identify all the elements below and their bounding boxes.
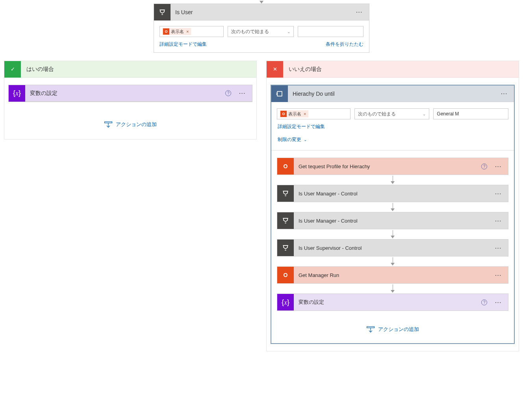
flow-arrow (277, 230, 508, 238)
do-until-header[interactable]: Hierachy Do until ··· (271, 85, 514, 102)
svg-rect-3 (367, 327, 375, 328)
condition-right-operand[interactable] (298, 26, 364, 37)
add-action-button[interactable]: アクションの追加 (8, 118, 252, 131)
chevron-down-icon: ⌄ (304, 138, 307, 142)
value-text: General M (437, 111, 459, 117)
action-set-variable[interactable]: {𝑥} 変数の設定 ? ··· (8, 85, 252, 102)
close-icon: ✕ (267, 61, 283, 78)
branch-yes-header: ✓ はいの場合 (4, 61, 256, 78)
more-menu-button[interactable]: ··· (493, 243, 504, 253)
dynamic-content-chip[interactable]: O 表示名 × (162, 28, 191, 35)
step-title: Is User Manager - Control (294, 218, 493, 224)
dountil-operator-select[interactable]: 次のもので始まる ⌄ (354, 108, 430, 119)
step-title: Is User Manager - Control (294, 191, 493, 197)
help-icon[interactable]: ? (481, 299, 487, 305)
branch-no: ✕ いいえの場合 Hierachy Do until ··· (266, 61, 519, 351)
more-menu-button[interactable]: ··· (493, 271, 504, 280)
branch-no-header: ✕ いいえの場合 (267, 61, 519, 78)
step-is-user-manager-control-2[interactable]: Is User Manager - Control ··· (277, 212, 508, 229)
branch-yes-title: はいの場合 (21, 66, 54, 73)
control-icon (277, 185, 294, 202)
condition-left-operand[interactable]: O 表示名 × (159, 26, 224, 37)
control-icon (277, 240, 294, 256)
condition-title: Is User (171, 9, 354, 15)
chip-remove-icon[interactable]: × (304, 112, 306, 116)
office-icon: O (277, 267, 294, 283)
more-menu-button[interactable]: ··· (493, 189, 504, 198)
action-title: 変数の設定 (25, 90, 225, 97)
add-action-label: アクションの追加 (116, 121, 157, 128)
office-icon: O (277, 158, 294, 175)
more-menu-button[interactable]: ··· (237, 89, 248, 98)
more-menu-button[interactable]: ··· (499, 89, 510, 98)
step-get-manager-run[interactable]: O Get Manager Run ··· (277, 266, 508, 284)
svg-rect-2 (277, 91, 282, 96)
more-menu-button[interactable]: ··· (493, 298, 504, 307)
dountil-steps: O Get tequest Profile for Hierachy ? ··· (277, 158, 508, 311)
condition-expression-row: O 表示名 × 次のもので始まる ⌄ (154, 20, 369, 41)
do-until-container[interactable]: Hierachy Do until ··· O 表示名 × (271, 85, 515, 344)
step-is-user-manager-control-1[interactable]: Is User Manager - Control ··· (277, 185, 508, 202)
step-set-variable[interactable]: {𝑥} 変数の設定 ? ··· (277, 294, 508, 311)
branch-yes: ✓ はいの場合 {𝑥} 変数の設定 ? ··· (4, 61, 257, 139)
step-get-request-profile[interactable]: O Get tequest Profile for Hierachy ? ··· (277, 158, 508, 175)
step-title: Is User Supervisor - Control (294, 245, 493, 251)
condition-header[interactable]: Is User ··· (154, 4, 369, 20)
collapse-condition-link[interactable]: 条件を折りたたむ (326, 41, 364, 48)
add-action-button[interactable]: アクションの追加 (277, 323, 508, 336)
chevron-down-icon: ⌄ (287, 30, 290, 34)
branch-no-title: いいえの場合 (283, 66, 322, 73)
add-action-icon (366, 326, 375, 333)
condition-operator-select[interactable]: 次のもので始まる ⌄ (228, 26, 293, 37)
check-icon: ✓ (4, 61, 21, 78)
help-icon[interactable]: ? (225, 90, 231, 96)
add-action-label: アクションの追加 (378, 326, 419, 333)
operator-label: 次のもので始まる (358, 111, 396, 117)
step-is-user-supervisor-control[interactable]: Is User Supervisor - Control ··· (277, 239, 508, 256)
control-icon (154, 4, 171, 20)
dountil-left-operand[interactable]: O 表示名 × (277, 108, 351, 119)
advanced-mode-link[interactable]: 詳細設定モードで編集 (159, 41, 207, 48)
loop-icon (271, 85, 288, 102)
advanced-mode-link[interactable]: 詳細設定モードで編集 (278, 123, 325, 130)
svg-rect-0 (105, 122, 112, 123)
office-icon: O (280, 111, 287, 117)
add-action-icon (104, 121, 113, 128)
more-menu-button[interactable]: ··· (354, 7, 365, 17)
step-title: 変数の設定 (294, 299, 481, 306)
dountil-right-operand[interactable]: General M (433, 108, 508, 119)
dountil-condition-row: O 表示名 × 次のもので始まる ⌄ General M (277, 107, 508, 123)
variable-icon: {𝑥} (277, 294, 294, 310)
variable-icon: {𝑥} (9, 85, 25, 102)
flow-arrow (277, 203, 508, 211)
more-menu-button[interactable]: ··· (493, 216, 504, 225)
flow-arrow (277, 284, 508, 293)
step-title: Get tequest Profile for Hierachy (294, 164, 481, 169)
more-menu-button[interactable]: ··· (493, 162, 504, 171)
help-icon[interactable]: ? (481, 164, 487, 169)
chip-label: 表示名 (171, 29, 184, 35)
step-title: Get Manager Run (294, 272, 493, 278)
chip-remove-icon[interactable]: × (186, 29, 189, 34)
dynamic-content-chip[interactable]: O 表示名 × (280, 110, 308, 117)
limit-link-label: 制限の変更 (278, 136, 301, 143)
condition-card-is-user[interactable]: Is User ··· O 表示名 × 次のもので始まる ⌄ 詳細設定モードで編… (154, 4, 369, 53)
chip-label: 表示名 (288, 111, 301, 117)
flow-arrow (277, 257, 508, 266)
operator-label: 次のもので始まる (231, 28, 269, 35)
office-icon: O (163, 28, 169, 35)
control-icon (277, 212, 294, 229)
do-until-title: Hierachy Do until (288, 91, 499, 97)
change-limits-link[interactable]: 制限の変更 ⌄ (278, 136, 307, 143)
flow-arrow (277, 176, 508, 184)
chevron-down-icon: ⌄ (423, 112, 426, 116)
action-header[interactable]: {𝑥} 変数の設定 ? ··· (9, 85, 252, 102)
